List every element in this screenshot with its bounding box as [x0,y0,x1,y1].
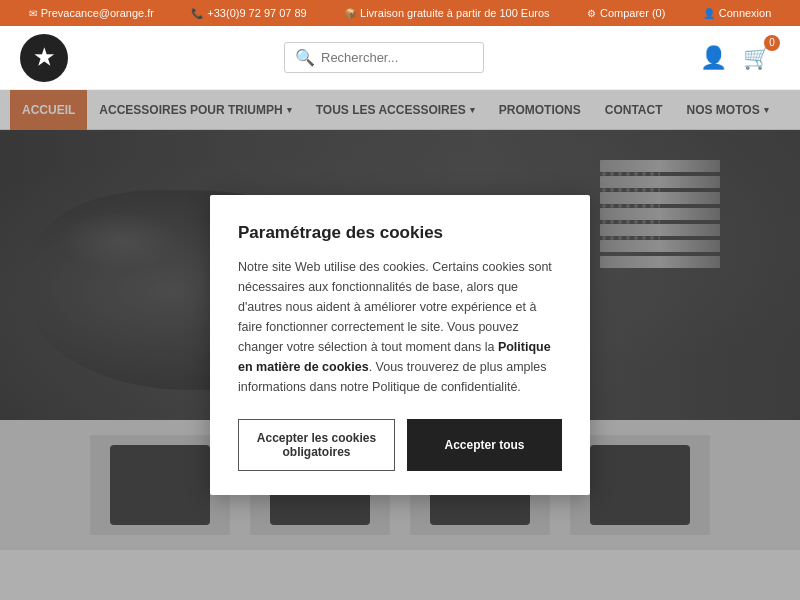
page-wrapper: ✉ Prevacance@orange.fr 📞 +33(0)9 72 97 0… [0,0,800,600]
cookie-modal: Paramétrage des cookies Notre site Web u… [210,195,590,495]
search-icon: 🔍 [295,48,315,67]
topbar-compare: ⚙ Comparer (0) [587,7,665,19]
cookie-modal-title: Paramétrage des cookies [238,223,562,243]
topbar-compare-text: Comparer (0) [600,7,665,19]
cart-icon[interactable]: 🛒0 [743,45,780,71]
search-bar[interactable]: 🔍 [284,42,484,73]
accept-all-button[interactable]: Accepter tous [407,419,562,471]
cookie-modal-buttons: Accepter les cookies obligatoires Accept… [238,419,562,471]
modal-overlay: Paramétrage des cookies Notre site Web u… [0,90,800,600]
search-input[interactable] [321,50,481,65]
accept-required-button[interactable]: Accepter les cookies obligatoires [238,419,395,471]
cookie-modal-body: Notre site Web utilise des cookies. Cert… [238,257,562,397]
topbar-phone: 📞 +33(0)9 72 97 07 89 [191,7,306,19]
account-icon: 👤 [703,8,715,19]
logo-symbol: ★ [34,45,54,71]
topbar-account[interactable]: 👤 Connexion [703,7,772,19]
account-nav-icon[interactable]: 👤 [700,45,727,71]
topbar-shipping-text: Livraison gratuite à partir de 100 Euros [360,7,550,19]
topbar-email: ✉ Prevacance@orange.fr [29,7,154,19]
header-icons: 👤 🛒0 [700,45,780,71]
compare-icon: ⚙ [587,8,596,19]
phone-icon: 📞 [191,8,203,19]
shipping-icon: 📦 [344,8,356,19]
topbar-shipping: 📦 Livraison gratuite à partir de 100 Eur… [344,7,550,19]
topbar-phone-text: +33(0)9 72 97 07 89 [207,7,306,19]
cart-badge: 0 [764,35,780,51]
header: ★ 🔍 👤 🛒0 [0,26,800,90]
email-icon: ✉ [29,8,37,19]
topbar-account-text: Connexion [719,7,772,19]
logo[interactable]: ★ [20,34,68,82]
top-bar: ✉ Prevacance@orange.fr 📞 +33(0)9 72 97 0… [0,0,800,26]
topbar-email-text: Prevacance@orange.fr [41,7,154,19]
